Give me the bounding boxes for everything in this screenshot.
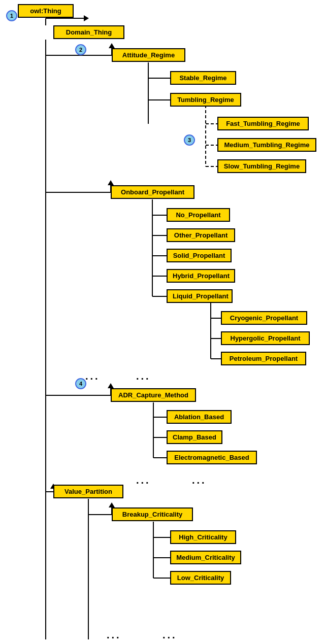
dots-1: ... [85, 370, 100, 382]
node-other-propellant: Other_Propellant [167, 228, 235, 242]
dots-5: ··· [107, 632, 121, 643]
dots-4: ... [192, 474, 207, 486]
node-no-propellant: No_Propellant [167, 208, 230, 222]
node-hypergolic-propellant: Hypergolic_Propellant [221, 331, 310, 345]
node-medium-tumbling: Medium_Tumbling_Regime [217, 138, 316, 152]
node-attitude-regime: Attitude_Regime [112, 48, 185, 62]
svg-marker-2 [84, 15, 89, 21]
node-liquid-propellant: Liquid_Propellant [167, 289, 233, 303]
node-value-partition: Value_Partition [53, 485, 123, 498]
badge-2: 2 [75, 44, 86, 55]
dots-2: ... [136, 370, 151, 382]
node-fast-tumbling: Fast_Tumbling_Regime [217, 117, 309, 130]
node-ablation-based: Ablation_Based [167, 410, 232, 424]
ontology-diagram: owl:Thing Domain_Thing Attitude_Regime S… [0, 0, 325, 644]
node-clamp-based: Clamp_Based [167, 430, 222, 444]
node-petroleum-propellant: Petroleum_Propellant [221, 352, 306, 365]
node-medium-criticality: Medium_Criticality [170, 551, 241, 564]
svg-marker-32 [108, 383, 114, 388]
node-adr-capture: ADR_Capture_Method [111, 388, 196, 402]
badge-1: 1 [6, 10, 17, 21]
node-tumbling-regime: Tumbling_Regime [170, 93, 241, 107]
node-onboard-propellant: Onboard_Propellant [111, 185, 194, 199]
node-high-criticality: High_Criticality [170, 530, 236, 544]
svg-marker-18 [108, 180, 114, 185]
node-domain-thing: Domain_Thing [53, 25, 124, 39]
node-hybrid-propellant: Hybrid_Propellant [167, 269, 235, 283]
node-low-criticality: Low_Criticality [170, 571, 231, 585]
node-breakup-criticality: Breakup_Criticality [112, 507, 193, 521]
node-stable-regime: Stable_Regime [170, 71, 236, 85]
node-solid-propellant: Solid_Propellant [167, 249, 232, 262]
node-cryogenic-propellant: Cryogenic_Propellant [221, 311, 307, 325]
svg-marker-42 [109, 502, 115, 507]
dots-3: ... [136, 474, 151, 486]
node-slow-tumbling: Slow_Tumbling_Regime [217, 159, 306, 173]
node-electromagnetic-based: Electromagnetic_Based [167, 451, 257, 464]
svg-marker-7 [109, 43, 115, 48]
badge-3: 3 [184, 134, 195, 146]
badge-4: 4 [75, 378, 86, 389]
dots-6: ··· [162, 632, 177, 643]
node-owl-thing: owl:Thing [18, 4, 74, 18]
